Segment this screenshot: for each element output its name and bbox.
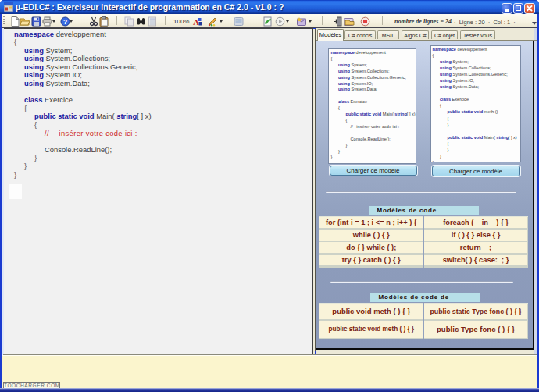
svg-text:?: ? bbox=[62, 18, 66, 26]
